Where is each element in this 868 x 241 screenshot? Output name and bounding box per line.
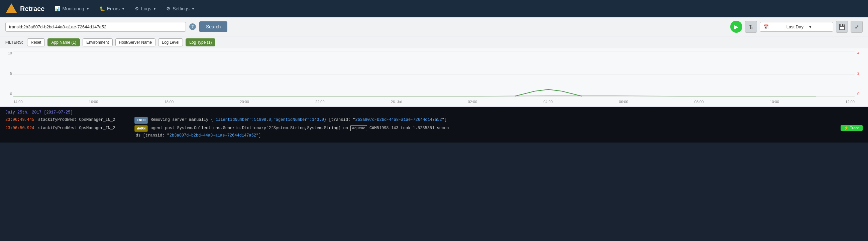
sort-button[interactable]: ⇅ [745,21,757,33]
trace-button[interactable]: ⚡ Trace [841,125,863,131]
nav-logs-label: Logs [141,6,151,11]
chart-canvas: 10 5 0 4 2 0 14:00 16:00 18:00 20:00 22 [0,48,868,106]
log-message-1: Removing server manually {"clientidNumbe… [151,117,863,123]
y-right-0: 0 [857,92,867,96]
y-axis-right: 4 2 0 [855,48,868,97]
log-msg-start-2: agent post System.Collections.Generic.Di… [151,126,350,131]
log-transid-1: 2b3a807d-b2bd-44a8-a1ae-72644d147a52 [355,117,442,122]
toolbar-right: ▶ ⇅ 📅 Last Day ▾ 💾 ⤢ [730,21,863,33]
calendar-icon: 📅 [763,24,784,29]
y-right-2: 2 [857,71,867,75]
log-row-2: 23:06:50.924 stackifyProdWest OpsManager… [5,125,863,132]
x-label-10: 10:00 [770,100,779,104]
navbar: Retrace 📊 Monitoring ▾ 🐛 Errors ▾ ⚙ Logs… [0,0,868,18]
y-label-0: 0 [1,92,12,96]
log-level-badge-2: WARN [134,125,148,132]
nav-monitoring[interactable]: 📊 Monitoring ▾ [50,4,93,13]
nav-monitoring-label: Monitoring [62,6,84,11]
x-axis: 14:00 16:00 18:00 20:00 22:00 26. Jul 02… [13,97,855,106]
save-icon: 💾 [839,24,845,30]
x-label-8: 06:00 [619,100,628,104]
nav-errors[interactable]: 🐛 Errors ▾ [95,4,129,13]
chevron-down-icon: ▾ [192,7,194,11]
chevron-down-icon: ▾ [809,24,830,29]
x-label-9: 08:00 [694,100,704,104]
log-row-wrap-2: 23:06:50.924 stackifyProdWest OpsManager… [5,125,863,138]
x-label-6: 02:00 [468,100,477,104]
x-label-4: 22:00 [315,100,325,104]
fullscreen-icon: ⤢ [855,24,859,30]
log-area: July 25th, 2017 [2017-07-25] 23:06:49.44… [0,107,868,142]
y-label-10: 10 [1,51,12,55]
nav-logs[interactable]: ⚙ Logs ▾ [130,4,160,13]
log-message-text-1: Removing server manually [151,117,211,122]
x-label-2: 18:00 [164,100,174,104]
sort-icon: ⇅ [749,24,753,30]
play-button[interactable]: ▶ [730,21,742,33]
log-line2-text: ds [transid: "2b3a807d-b2bd-44a8-a1ae-72… [136,133,261,138]
grid-line-mid [13,74,855,74]
logo-icon [5,3,18,15]
x-label-3: 20:00 [240,100,249,104]
chevron-down-icon: ▾ [154,7,155,11]
log-date-header: July 25th, 2017 [2017-07-25] [5,110,863,115]
log-message-2: agent post System.Collections.Generic.Di… [151,125,838,132]
filter-app-name[interactable]: App Name (1) [48,38,80,46]
search-button[interactable]: Search [199,21,227,32]
gear-icon: ⚙ [166,6,170,11]
filter-reset[interactable]: Reset [27,38,45,46]
bug-icon: 🐛 [99,6,105,11]
help-icon[interactable]: ? [189,23,196,30]
chart-inner [13,51,855,97]
log-row-line2: ds [transid: "2b3a807d-b2bd-44a8-a1ae-72… [5,133,863,138]
grid-line-bottom [13,97,855,97]
filter-log-level[interactable]: Log Level [158,38,183,46]
log-app-2: stackifyProdWest OpsManager_IN_2 [38,125,132,131]
trace-label: Trace [850,126,859,130]
log-end-1: "] [442,117,447,122]
logo: Retrace [5,3,44,15]
chevron-down-icon: ▾ [87,7,89,11]
log-after-queue: CAM51998-143 took 1.5235351 secon [367,126,449,131]
filter-host-server[interactable]: Host/Server Name [115,38,156,46]
y-right-4: 4 [857,51,867,55]
lightning-icon: ⚡ [844,126,848,130]
fullscreen-button[interactable]: ⤢ [850,21,863,33]
nav-settings[interactable]: ⚙ Settings ▾ [161,4,198,13]
search-box [5,22,186,32]
y-axis-left: 10 5 0 [0,48,13,97]
x-label-0: 14:00 [13,100,23,104]
grid-line-top [13,51,855,51]
chart-area: 10 5 0 4 2 0 14:00 16:00 18:00 20:00 22 [0,48,868,107]
app-title: Retrace [20,5,44,13]
play-icon: ▶ [734,24,738,30]
search-area: ? Search ▶ ⇅ 📅 Last Day ▾ 💾 ⤢ [0,18,868,36]
log-time-1: 23:06:49.445 [5,117,35,123]
log-transid-2: 2b3a807d-b2bd-44a8-a1ae-72644d147a52 [169,133,256,138]
save-button[interactable]: 💾 [836,21,848,33]
y-label-5: 5 [1,71,12,75]
nav-settings-label: Settings [173,6,190,11]
nav-errors-label: Errors [107,6,120,11]
log-level-badge-1: INFO [134,117,148,124]
date-range-value: Last Day [786,24,807,29]
log-row: 23:06:49.445 stackifyProdWest OpsManager… [5,117,863,124]
filters-bar: FILTERS: Reset App Name (1) Environment … [0,36,868,48]
log-queue-badge: #queue [350,125,367,132]
log-mid-1: [transid: " [326,117,355,122]
log-json-1: {"clientidNumber":51998.0,"agentidNumber… [211,117,326,122]
filters-label: FILTERS: [5,40,23,45]
chevron-down-icon: ▾ [122,7,124,11]
filter-log-type[interactable]: Log Type (1) [186,38,215,46]
x-label-11: 12:00 [845,100,855,104]
log-app-1: stackifyProdWest OpsManager_IN_2 [38,117,132,123]
x-label-7: 04:00 [543,100,553,104]
date-range-selector[interactable]: 📅 Last Day ▾ [760,22,833,32]
x-label-1: 16:00 [89,100,98,104]
logs-icon: ⚙ [135,6,139,11]
filter-environment[interactable]: Environment [83,38,112,46]
log-time-2: 23:06:50.924 [5,125,35,131]
search-input[interactable] [9,24,182,29]
chart-icon: 📊 [55,6,60,11]
x-label-5: 26. Jul [391,100,402,104]
